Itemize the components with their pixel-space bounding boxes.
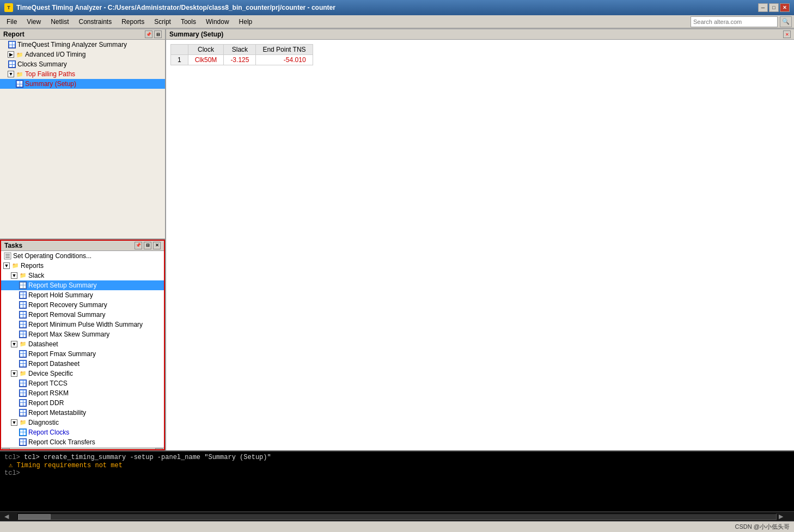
cell-tns: -54.010	[256, 55, 313, 65]
console-hscrollbar[interactable]	[17, 513, 777, 520]
report-icon	[19, 379, 27, 388]
tree-item-tq-summary[interactable]: TimeQuest Timing Analyzer Summary	[0, 40, 165, 50]
content-tab-bar: Summary (Setup) ✕	[166, 29, 794, 40]
col-clock: Clock	[188, 45, 224, 55]
title-bar-controls[interactable]: ─ □ ✕	[758, 3, 790, 12]
report-icon	[19, 389, 27, 398]
title-bar: T TimeQuest Timing Analyzer - C:/Users/A…	[0, 0, 794, 15]
task-label: Report DDR	[28, 399, 64, 407]
tree-item-summary-setup[interactable]: Summary (Setup)	[0, 79, 165, 89]
task-report-setup-summary[interactable]: Report Setup Summary	[1, 280, 164, 290]
pin-icon[interactable]: 📌	[135, 242, 142, 249]
console-command: tcl> create_timing_summary -setup -panel…	[24, 454, 271, 461]
console-output: tcl> tcl> create_timing_summary -setup -…	[0, 451, 794, 511]
console-input-bar: ◀ ▶	[0, 511, 794, 521]
scroll-right-btn[interactable]: ▶	[155, 448, 163, 451]
task-device-specific-folder[interactable]: ▼ 📁 Device Specific	[1, 369, 164, 378]
report-panel-icons[interactable]: 📌 ⊟	[145, 30, 162, 38]
report-icon	[19, 301, 27, 309]
folder-icon: 📁	[19, 271, 27, 280]
console-line-1: tcl> tcl> create_timing_summary -setup -…	[4, 454, 790, 461]
console-prompt-2: tcl>	[4, 469, 20, 477]
task-reports-folder[interactable]: ▼ 📁 Reports	[1, 261, 164, 271]
task-report-clocks[interactable]: Report Clocks	[1, 427, 164, 437]
task-label: Report Clock Transfers	[28, 438, 95, 446]
hscroll-thumb[interactable]	[11, 450, 33, 451]
task-slack-folder[interactable]: ▼ 📁 Slack	[1, 271, 164, 280]
report-icon	[19, 281, 27, 290]
console-panel: tcl> tcl> create_timing_summary -setup -…	[0, 450, 794, 521]
report-icon	[19, 438, 27, 447]
task-datasheet-folder[interactable]: ▼ 📁 Datasheet	[1, 339, 164, 349]
menu-reports[interactable]: Reports	[117, 17, 149, 27]
expand-icon[interactable]: ▼	[11, 341, 17, 347]
tree-item-clocks[interactable]: Clocks Summary	[0, 59, 165, 69]
minimize-button[interactable]: ─	[758, 3, 768, 12]
task-report-metastability[interactable]: Report Metastability	[1, 408, 164, 418]
search-input[interactable]	[691, 16, 778, 27]
task-report-fmax[interactable]: Report Fmax Summary	[1, 349, 164, 359]
summary-table: Clock Slack End Point TNS 1 Clk50M -3.12…	[170, 44, 313, 65]
task-report-tccs[interactable]: Report TCCS	[1, 378, 164, 388]
task-label: Report Datasheet	[28, 360, 80, 368]
task-report-removal-summary[interactable]: Report Removal Summary	[1, 310, 164, 320]
console-line-3: tcl>	[4, 469, 790, 477]
expand-icon[interactable]: ▼	[8, 71, 14, 77]
scroll-left-btn[interactable]: ◀	[2, 448, 10, 451]
tasks-hscrollbar[interactable]: ◀ ▶	[1, 448, 164, 450]
close-button[interactable]: ✕	[780, 3, 790, 12]
menu-netlist[interactable]: Netlist	[46, 17, 73, 27]
menu-constraints[interactable]: Constraints	[74, 17, 116, 27]
report-icon	[19, 320, 27, 329]
tasks-panel: Tasks 📌 ⊟ ✕	[0, 240, 165, 451]
cell-clock: Clk50M	[188, 55, 224, 65]
expand-icon[interactable]: ▼	[11, 370, 17, 377]
report-icon	[15, 80, 24, 88]
task-report-rskm[interactable]: Report RSKM	[1, 388, 164, 398]
folder-icon: 📁	[19, 340, 27, 348]
pin-icon[interactable]: 📌	[145, 30, 152, 38]
task-report-hold-summary[interactable]: Report Hold Summary	[1, 290, 164, 300]
expand-icon[interactable]: ▼	[3, 262, 10, 269]
console-hscroll-thumb[interactable]	[18, 514, 51, 519]
task-report-clock-transfers[interactable]: Report Clock Transfers	[1, 437, 164, 447]
dock-icon[interactable]: ⊟	[144, 242, 151, 249]
content-panel-controls[interactable]: ✕	[783, 30, 791, 38]
expand-icon[interactable]: ▶	[8, 51, 14, 58]
menu-help[interactable]: Help	[235, 17, 257, 27]
task-label: Report Fmax Summary	[28, 350, 96, 358]
tasks-panel-icons[interactable]: 📌 ⊟ ✕	[135, 242, 161, 249]
task-report-ddr[interactable]: Report DDR	[1, 398, 164, 408]
close-icon[interactable]: ✕	[153, 242, 161, 249]
close-content-icon[interactable]: ✕	[783, 30, 791, 38]
maximize-button[interactable]: □	[769, 3, 779, 12]
tree-item-adv-io[interactable]: ▶ 📁 Advanced I/O Timing	[0, 50, 165, 59]
task-report-datasheet[interactable]: Report Datasheet	[1, 359, 164, 369]
task-report-max-skew[interactable]: Report Max Skew Summary	[1, 329, 164, 339]
menu-view[interactable]: View	[22, 17, 45, 27]
task-icon	[3, 252, 12, 260]
task-report-min-pulse-width[interactable]: Report Minimum Pulse Width Summary	[1, 320, 164, 329]
dock-icon[interactable]: ⊟	[154, 30, 162, 38]
report-panel: Report 📌 ⊟ TimeQuest Timing Analyzer Sum…	[0, 29, 165, 240]
console-scroll-left[interactable]: ◀	[4, 513, 15, 520]
task-label: Report TCCS	[28, 380, 68, 387]
task-report-recovery-summary[interactable]: Report Recovery Summary	[1, 300, 164, 310]
search-area: 🔍	[691, 16, 792, 27]
title-bar-left: T TimeQuest Timing Analyzer - C:/Users/A…	[4, 3, 335, 12]
menu-window[interactable]: Window	[201, 17, 234, 27]
menu-file[interactable]: File	[2, 17, 21, 27]
report-icon	[19, 408, 27, 417]
menu-tools[interactable]: Tools	[176, 17, 200, 27]
warning-icon: ⚠	[9, 462, 16, 469]
hscroll-track[interactable]	[11, 449, 154, 451]
menu-script[interactable]: Script	[150, 17, 175, 27]
task-diagnostic-folder[interactable]: ▼ 📁 Diagnostic	[1, 418, 164, 427]
search-button[interactable]: 🔍	[780, 16, 792, 27]
expand-icon[interactable]: ▼	[11, 419, 17, 426]
expand-icon[interactable]: ▼	[11, 272, 17, 279]
task-set-op-conditions[interactable]: Set Operating Conditions...	[1, 251, 164, 261]
left-panel: Report 📌 ⊟ TimeQuest Timing Analyzer Sum…	[0, 29, 166, 450]
console-scroll-right[interactable]: ▶	[779, 513, 790, 520]
tree-item-top-failing[interactable]: ▼ 📁 Top Failing Paths	[0, 69, 165, 79]
